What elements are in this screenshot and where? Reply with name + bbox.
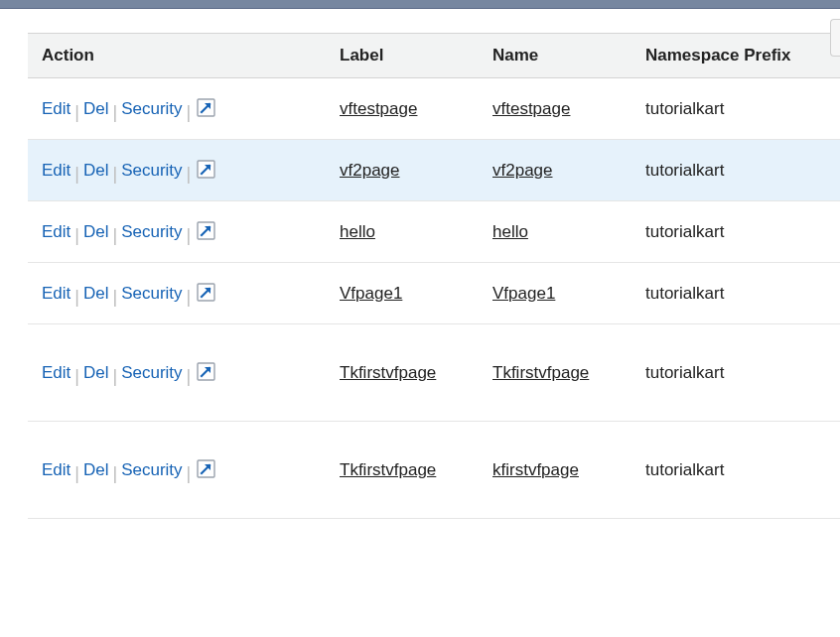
table-row: Edit|Del|Security| hellohellotutorialkar… (28, 201, 840, 263)
cell-label: Tkfirstvfpage (326, 324, 479, 422)
name-link[interactable]: kfirstvfpage (492, 460, 579, 479)
action-separator: | (109, 102, 122, 122)
name-link[interactable]: hello (492, 222, 528, 241)
action-separator: | (183, 225, 196, 245)
cell-action: Edit|Del|Security| (28, 422, 326, 519)
cell-name: vftestpage (479, 78, 631, 140)
label-link[interactable]: Tkfirstvfpage (340, 363, 436, 382)
del-link[interactable]: Del (83, 222, 109, 241)
label-link[interactable]: hello (340, 222, 375, 241)
table-row: Edit|Del|Security| vf2pagevf2pagetutoria… (28, 140, 840, 201)
pages-table: Action Label Name Namespace Prefix Edit|… (28, 33, 840, 519)
security-link[interactable]: Security (121, 363, 182, 382)
label-link[interactable]: Tkfirstvfpage (340, 460, 436, 479)
del-link[interactable]: Del (83, 460, 109, 479)
action-separator: | (70, 164, 83, 184)
name-link[interactable]: vf2page (492, 161, 553, 180)
del-link[interactable]: Del (83, 161, 109, 180)
action-separator: | (183, 287, 196, 307)
cell-namespace: tutorialkart (631, 263, 840, 324)
cell-label: vf2page (326, 140, 479, 201)
action-separator: | (109, 366, 122, 386)
col-header-namespace[interactable]: Namespace Prefix (631, 34, 840, 78)
cell-action: Edit|Del|Security| (28, 201, 326, 263)
del-link[interactable]: Del (83, 284, 109, 303)
table-row: Edit|Del|Security| vftestpagevftestpaget… (28, 78, 840, 140)
del-link[interactable]: Del (83, 99, 109, 118)
edit-link[interactable]: Edit (42, 363, 70, 382)
edit-link[interactable]: Edit (42, 460, 70, 479)
page-content: Action Label Name Namespace Prefix Edit|… (0, 9, 840, 519)
table-row: Edit|Del|Security| TkfirstvfpageTkfirstv… (28, 324, 840, 422)
cell-label: Tkfirstvfpage (326, 422, 479, 519)
action-separator: | (70, 366, 83, 386)
action-separator: | (109, 164, 122, 184)
action-separator: | (70, 102, 83, 122)
security-link[interactable]: Security (121, 222, 182, 241)
cell-action: Edit|Del|Security| (28, 324, 326, 422)
cell-namespace: tutorialkart (631, 140, 840, 201)
edit-link[interactable]: Edit (42, 99, 70, 118)
name-link[interactable]: Tkfirstvfpage (492, 363, 589, 382)
table-header: Action Label Name Namespace Prefix (28, 34, 840, 78)
button-stub[interactable] (830, 19, 840, 57)
label-link[interactable]: Vfpage1 (340, 284, 402, 303)
name-link[interactable]: Vfpage1 (492, 284, 555, 303)
table-row: Edit|Del|Security| Tkfirstvfpagekfirstvf… (28, 422, 840, 519)
open-new-window-icon[interactable] (197, 221, 215, 240)
edit-link[interactable]: Edit (42, 284, 70, 303)
action-separator: | (109, 463, 122, 483)
action-separator: | (109, 287, 122, 307)
label-link[interactable]: vftestpage (340, 99, 417, 118)
name-link[interactable]: vftestpage (492, 99, 570, 118)
action-separator: | (183, 164, 196, 184)
cell-action: Edit|Del|Security| (28, 140, 326, 201)
cell-label: Vfpage1 (326, 263, 479, 324)
label-link[interactable]: vf2page (340, 161, 400, 180)
table-row: Edit|Del|Security| Vfpage1Vfpage1tutoria… (28, 263, 840, 324)
action-separator: | (109, 225, 122, 245)
security-link[interactable]: Security (121, 161, 182, 180)
action-separator: | (70, 463, 83, 483)
top-bar (0, 0, 840, 9)
cell-label: vftestpage (326, 78, 479, 140)
del-link[interactable]: Del (83, 363, 109, 382)
edit-link[interactable]: Edit (42, 222, 70, 241)
security-link[interactable]: Security (121, 284, 182, 303)
cell-namespace: tutorialkart (631, 324, 840, 422)
cell-namespace: tutorialkart (631, 78, 840, 140)
col-header-label[interactable]: Label (326, 34, 479, 78)
cell-name: Tkfirstvfpage (479, 324, 631, 422)
open-new-window-icon[interactable] (197, 160, 215, 179)
security-link[interactable]: Security (121, 460, 182, 479)
cell-name: hello (479, 201, 631, 263)
col-header-name[interactable]: Name (479, 34, 631, 78)
action-separator: | (183, 102, 196, 122)
cell-name: kfirstvfpage (479, 422, 631, 519)
action-separator: | (183, 366, 196, 386)
cell-action: Edit|Del|Security| (28, 263, 326, 324)
open-new-window-icon[interactable] (197, 283, 215, 302)
cell-namespace: tutorialkart (631, 201, 840, 263)
cell-namespace: tutorialkart (631, 422, 840, 519)
action-separator: | (183, 463, 196, 483)
edit-link[interactable]: Edit (42, 161, 70, 180)
open-new-window-icon[interactable] (197, 98, 215, 117)
open-new-window-icon[interactable] (197, 459, 215, 478)
open-new-window-icon[interactable] (197, 362, 215, 381)
cell-name: Vfpage1 (479, 263, 631, 324)
col-header-action[interactable]: Action (28, 34, 326, 78)
table-body: Edit|Del|Security| vftestpagevftestpaget… (28, 78, 840, 519)
action-separator: | (70, 225, 83, 245)
cell-action: Edit|Del|Security| (28, 78, 326, 140)
action-separator: | (70, 287, 83, 307)
cell-label: hello (326, 201, 479, 263)
security-link[interactable]: Security (121, 99, 182, 118)
cell-name: vf2page (479, 140, 631, 201)
